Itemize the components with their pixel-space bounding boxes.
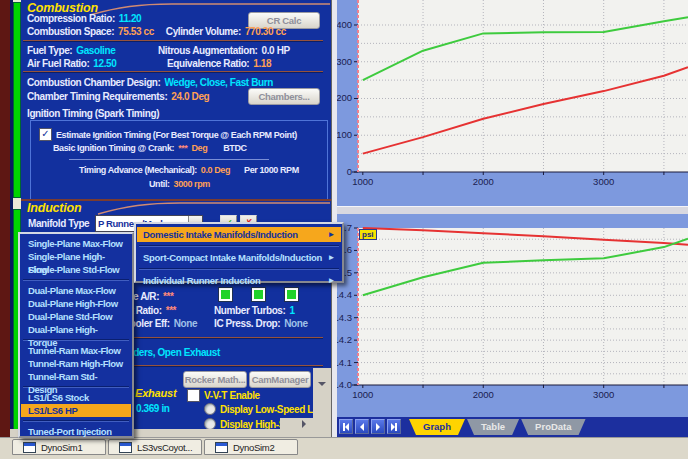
doc-tab-ls3vscoyot[interactable]: LS3vsCoyot... bbox=[108, 439, 202, 455]
menu-item-single-plane-std-flow[interactable]: Single-Plane Std-Flow bbox=[21, 263, 131, 276]
timing-advance-value: 0.0 Deg bbox=[201, 165, 230, 175]
graph-tabs: GraphTableProData bbox=[407, 419, 586, 435]
submenu-item-label: Sport-Compact Intake Manifolds/Induction bbox=[143, 250, 322, 265]
menu-item-tunnel-ram-high-flow[interactable]: Tunnel-Ram High-Flow bbox=[21, 357, 131, 370]
svg-text:14.2: 14.2 bbox=[337, 334, 352, 345]
menu-item-tuned-port-injection[interactable]: Tuned-Port Injection bbox=[21, 425, 131, 438]
scroll-right-icon[interactable] bbox=[302, 420, 306, 428]
ignition-timing-heading: Ignition Timing (Spark Timing) bbox=[27, 108, 159, 119]
menu-item-tunnel-ram-std-design[interactable]: Tunnel-Ram Std-Design bbox=[21, 370, 131, 383]
document-icon bbox=[23, 442, 36, 453]
basic-ignition-value: *** bbox=[178, 143, 187, 153]
menu-separator bbox=[23, 339, 129, 341]
ignition-timing-box: ✓ Estimate Ignition Timing (For Best Tor… bbox=[30, 120, 328, 201]
basic-ignition-unit: Deg bbox=[191, 143, 207, 153]
tab-table[interactable]: Table bbox=[467, 419, 519, 435]
svg-text:300: 300 bbox=[337, 56, 352, 67]
basic-ignition-label: Basic Ignition Timing @ Crank: bbox=[53, 143, 174, 153]
divider bbox=[23, 71, 323, 72]
fuel-type-label: Fuel Type: bbox=[27, 45, 72, 56]
svg-text:2000: 2000 bbox=[473, 176, 494, 187]
svg-text:14.1: 14.1 bbox=[337, 357, 352, 368]
first-record-button[interactable] bbox=[339, 419, 353, 434]
number-turbos-label: Number Turbos: bbox=[214, 305, 285, 316]
nitrous-label: Nitrous Augmentation: bbox=[158, 45, 258, 56]
document-icon bbox=[215, 442, 228, 453]
menu-separator bbox=[23, 279, 129, 281]
menu-item-ls1-ls6-hp-runners-mods[interactable]: LS1/LS6 HP Runners/Mods bbox=[21, 404, 131, 417]
submenu-item-sport-compact-intake-manifolds-induction[interactable]: Sport-Compact Intake Manifolds/Induction… bbox=[137, 250, 341, 265]
svg-text:400: 400 bbox=[337, 19, 352, 30]
doc-tab-dynosim2[interactable]: DynoSim2 bbox=[204, 439, 298, 455]
turbine-ar-value: *** bbox=[163, 291, 173, 302]
divider bbox=[69, 159, 269, 160]
estimate-ignition-checkbox[interactable]: ✓ bbox=[39, 128, 52, 141]
ic-press-drop-label: IC Press. Drop: bbox=[214, 318, 280, 329]
induction-section-title: Induction bbox=[27, 201, 81, 215]
display-low-speed-radio[interactable] bbox=[204, 403, 216, 415]
compression-ratio-label: Compression Ratio: bbox=[27, 13, 115, 24]
svg-text:200: 200 bbox=[337, 92, 352, 103]
menu-item-single-plane-max-flow[interactable]: Single-Plane Max-Flow bbox=[21, 237, 131, 250]
submenu-item-domestic-intake-manifolds-induction[interactable]: Domestic Intake Manifolds/Induction► bbox=[137, 227, 341, 242]
manifold-type-label: Manifold Type bbox=[28, 218, 89, 229]
equivalence-ratio-label: Equivalence Ratio: bbox=[167, 58, 249, 69]
number-turbos-value: 1 bbox=[289, 305, 294, 316]
menu-item-dual-plane-max-flow[interactable]: Dual-Plane Max-Flow bbox=[21, 284, 131, 297]
menu-item-tunnel-ram-max-flow[interactable]: Tunnel-Ram Max-Flow bbox=[21, 344, 131, 357]
submenu-item-label: Domestic Intake Manifolds/Induction bbox=[143, 227, 298, 242]
svg-text:14.4: 14.4 bbox=[337, 289, 352, 300]
tab-prodata[interactable]: ProData bbox=[521, 419, 585, 435]
last-record-button[interactable] bbox=[387, 419, 401, 434]
ic-press-drop-value: None bbox=[284, 318, 307, 329]
rocker-math-button[interactable]: Rocker Math... bbox=[183, 371, 247, 388]
doc-tab-label: LS3vsCoyot... bbox=[137, 442, 192, 453]
svg-text:3000: 3000 bbox=[593, 389, 614, 400]
combustion-space-label: Combustion Space: bbox=[27, 26, 114, 37]
air-fuel-ratio-label: Air Fuel Ratio: bbox=[27, 58, 89, 69]
intake-category-submenu: Domestic Intake Manifolds/Induction►Spor… bbox=[134, 222, 344, 283]
scroll-down-icon[interactable] bbox=[318, 382, 326, 386]
svg-text:1000: 1000 bbox=[352, 389, 373, 400]
turbo-indicator-led[interactable] bbox=[219, 288, 232, 301]
next-record-button[interactable] bbox=[371, 419, 385, 434]
intercooler-eff-value: None bbox=[174, 318, 197, 329]
turbo-indicator-led[interactable] bbox=[285, 288, 298, 301]
menu-separator bbox=[23, 420, 129, 422]
previous-record-button[interactable] bbox=[355, 419, 369, 434]
until-label: Until: bbox=[149, 179, 170, 189]
basic-ignition-suffix: BTDC bbox=[223, 143, 246, 153]
document-tab-bar: DynoSim1LS3vsCoyot...DynoSim2 bbox=[0, 437, 688, 459]
menu-item-dual-plane-high-flow[interactable]: Dual-Plane High-Flow bbox=[21, 297, 131, 310]
svg-text:2000: 2000 bbox=[473, 389, 494, 400]
svg-text:14.3: 14.3 bbox=[337, 312, 352, 323]
doc-tab-label: DynoSim2 bbox=[233, 442, 274, 453]
boost-ratio-value: *** bbox=[166, 305, 176, 316]
svg-text:100: 100 bbox=[337, 129, 352, 140]
submenu-arrow-icon: ► bbox=[327, 227, 335, 242]
timing-advance-suffix: Per 1000 RPM bbox=[244, 165, 299, 175]
cam-manager-button[interactable]: CamManager bbox=[249, 371, 311, 388]
chambers-button[interactable]: Chambers... bbox=[248, 88, 320, 105]
menu-item-dual-plane-high-torque[interactable]: Dual-Plane High-Torque bbox=[21, 323, 131, 336]
turbo-indicator-led[interactable] bbox=[252, 288, 265, 301]
submenu-item-individual-runner-induction[interactable]: Individual Runner Induction► bbox=[137, 273, 341, 288]
menu-item-single-plane-high-flow[interactable]: Single-Plane High-Flow bbox=[21, 250, 131, 263]
psi-unit-tag: psi bbox=[359, 229, 377, 240]
submenu-item-label: Individual Runner Induction bbox=[143, 273, 261, 288]
menu-item-dual-plane-std-flow[interactable]: Dual-Plane Std-Flow bbox=[21, 310, 131, 323]
combustion-space-value: 75.53 cc bbox=[118, 26, 154, 37]
menu-separator bbox=[139, 268, 339, 270]
divider bbox=[23, 40, 323, 41]
menu-item-ls1-ls6-stock-composite[interactable]: LS1/LS6 Stock Composite bbox=[21, 391, 131, 404]
tab-graph[interactable]: Graph bbox=[409, 419, 465, 435]
dynosim-app: { "combustion": { "title": "Combustion",… bbox=[0, 0, 688, 459]
vvt-enable-checkbox[interactable] bbox=[187, 389, 200, 402]
air-fuel-ratio-value: 12.50 bbox=[93, 58, 116, 69]
submenu-arrow-icon: ► bbox=[327, 250, 335, 265]
graph-tab-bar: GraphTableProData bbox=[337, 417, 688, 437]
fuel-type-value: Gasoline bbox=[76, 45, 115, 56]
chamber-timing-value: 24.0 Deg bbox=[171, 91, 209, 102]
pressure-chart: 10002000300014.014.114.214.314.414.514.6… bbox=[337, 214, 688, 417]
doc-tab-dynosim1[interactable]: DynoSim1 bbox=[12, 439, 106, 455]
